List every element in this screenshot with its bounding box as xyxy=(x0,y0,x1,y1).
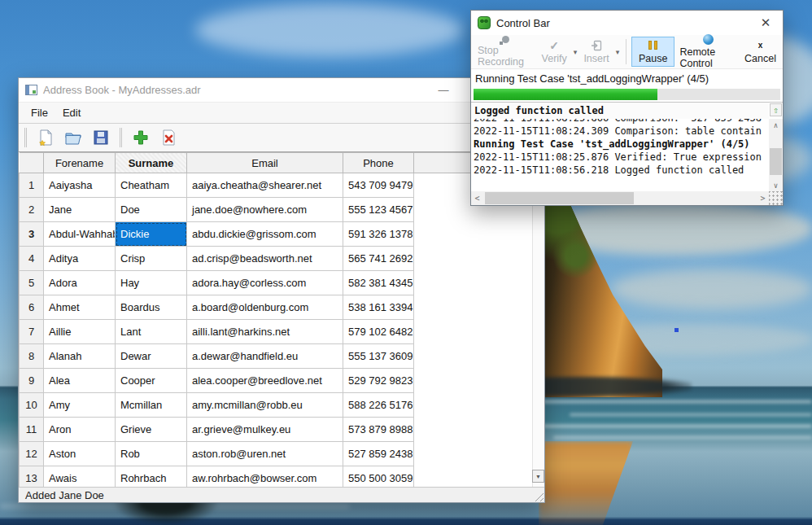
cell-email[interactable]: aston.rob@uren.net xyxy=(187,442,343,466)
cell-forename[interactable]: Amy xyxy=(44,393,116,418)
vertical-scroll-thumb[interactable] xyxy=(770,148,782,176)
cancel-button[interactable]: x Cancel xyxy=(741,37,779,67)
cell-forename[interactable]: Alea xyxy=(44,369,116,393)
cell-phone[interactable]: 588 226 5176 xyxy=(343,393,414,418)
cell-phone[interactable]: 555 137 3609 xyxy=(343,344,414,369)
remote-control-button[interactable]: Remote Control xyxy=(676,37,740,67)
cell-phone[interactable]: 565 741 2692 xyxy=(343,247,414,271)
cell-forename[interactable]: Jane xyxy=(44,198,116,222)
address-book-titlebar[interactable]: Address Book - MyAddresses.adr — xyxy=(19,78,544,103)
corner-header[interactable] xyxy=(20,153,44,173)
cell-email[interactable]: alea.cooper@breedlove.net xyxy=(187,369,343,393)
cell-email[interactable]: ad.crisp@beadsworth.net xyxy=(187,247,343,271)
cell-surname[interactable]: Hay xyxy=(116,271,187,295)
cell-phone[interactable]: 591 326 1378 xyxy=(343,222,414,247)
insert-dropdown-arrow[interactable]: ▾ xyxy=(614,37,622,67)
row-number[interactable]: 1 xyxy=(20,173,44,198)
cell-email[interactable]: amy.mcmillan@robb.eu xyxy=(187,393,343,418)
cell-email[interactable]: ar.grieve@mulkey.eu xyxy=(187,418,343,442)
stop-recording-button[interactable]: Stop Recording xyxy=(474,37,537,67)
close-button[interactable]: ✕ xyxy=(755,12,776,33)
row-number[interactable]: 11 xyxy=(20,418,44,442)
row-number[interactable]: 5 xyxy=(20,271,44,295)
cell-forename[interactable]: Adora xyxy=(44,271,116,295)
cell-surname[interactable]: Lant xyxy=(116,320,187,344)
cell-surname[interactable]: Grieve xyxy=(116,418,187,442)
column-header-email[interactable]: Email xyxy=(187,153,343,173)
column-header-surname[interactable]: Surname xyxy=(116,153,187,173)
cell-phone[interactable]: 582 381 4345 xyxy=(343,271,414,295)
toolbar-grip[interactable] xyxy=(24,128,27,147)
verify-button[interactable]: ✓ Verify xyxy=(539,37,570,67)
cell-surname[interactable]: Crisp xyxy=(116,247,187,271)
scroll-down-button[interactable]: ▼ xyxy=(532,470,544,483)
cell-forename[interactable]: Aditya xyxy=(44,247,116,271)
scroll-up-arrow[interactable]: ∧ xyxy=(769,119,783,131)
cell-surname[interactable]: Cooper xyxy=(116,369,187,393)
log-vertical-scrollbar[interactable]: ∧ ∨ xyxy=(769,119,783,191)
cell-phone[interactable]: 527 859 2438 xyxy=(343,442,414,466)
cell-forename[interactable]: Awais xyxy=(44,466,116,488)
resize-grip[interactable] xyxy=(533,491,544,501)
cell-phone[interactable]: 550 500 3059 xyxy=(343,466,414,488)
verify-dropdown-arrow[interactable]: ▾ xyxy=(572,37,579,67)
log-resize-grip[interactable] xyxy=(769,191,783,205)
selected-cell-surname[interactable]: Dickie xyxy=(116,222,187,247)
cell-surname[interactable]: Rohrbach xyxy=(116,466,187,488)
row-number[interactable]: 10 xyxy=(20,393,44,418)
cell-surname[interactable]: Rob xyxy=(116,442,187,466)
cell-surname[interactable]: Cheatham xyxy=(116,173,187,198)
toolbar-grip[interactable] xyxy=(120,128,122,147)
row-number[interactable]: 8 xyxy=(20,344,44,369)
new-file-button[interactable] xyxy=(34,126,57,149)
cell-phone[interactable]: 529 792 9823 xyxy=(343,369,414,393)
cell-forename[interactable]: Aron xyxy=(44,418,116,442)
cell-phone[interactable]: 543 709 9479 xyxy=(343,173,414,198)
row-number[interactable]: 4 xyxy=(20,247,44,271)
minimize-button[interactable]: — xyxy=(427,78,460,102)
row-number[interactable]: 13 xyxy=(20,466,44,488)
cell-surname[interactable]: Dewar xyxy=(116,344,187,369)
cell-email[interactable]: a.dewar@handfield.eu xyxy=(187,344,343,369)
cell-surname[interactable]: Mcmillan xyxy=(116,393,187,418)
open-file-button[interactable] xyxy=(62,126,85,149)
horizontal-scroll-thumb[interactable] xyxy=(485,192,634,204)
cell-forename[interactable]: Aillie xyxy=(44,320,116,344)
menu-edit[interactable]: Edit xyxy=(55,104,88,121)
add-record-button[interactable] xyxy=(129,126,152,149)
control-bar-titlebar[interactable]: Control Bar ✕ xyxy=(471,11,783,35)
row-number[interactable]: 3 xyxy=(20,222,44,247)
scroll-right-arrow[interactable]: > xyxy=(757,191,769,205)
cell-email[interactable]: ailli.lant@harkins.net xyxy=(187,320,343,344)
column-header-phone[interactable]: Phone xyxy=(343,153,414,173)
cell-phone[interactable]: 555 123 4567 xyxy=(343,198,414,222)
delete-record-button[interactable] xyxy=(157,126,180,149)
menu-file[interactable]: File xyxy=(24,104,55,121)
scroll-to-top-icon[interactable]: ⇧ xyxy=(770,103,782,116)
row-number[interactable]: 6 xyxy=(20,295,44,320)
scroll-left-arrow[interactable]: < xyxy=(471,191,483,205)
cell-forename[interactable]: Aston xyxy=(44,442,116,466)
cell-forename[interactable]: Ahmet xyxy=(44,295,116,320)
cell-surname[interactable]: Doe xyxy=(116,198,187,222)
cell-phone[interactable]: 579 102 6482 xyxy=(343,320,414,344)
log-horizontal-scrollbar[interactable]: < > xyxy=(471,191,769,205)
cell-phone[interactable]: 573 879 8988 xyxy=(343,418,414,442)
cell-forename[interactable]: Alanah xyxy=(44,344,116,369)
cell-email[interactable]: abdu.dickie@grissom.com xyxy=(187,222,343,247)
pause-button[interactable]: Pause xyxy=(631,37,674,67)
cell-surname[interactable]: Boardus xyxy=(116,295,187,320)
cell-forename[interactable]: Abdul-Wahhab xyxy=(44,222,116,247)
insert-button[interactable]: Insert xyxy=(580,37,612,67)
cell-email[interactable]: adora.hay@corless.com xyxy=(187,271,343,295)
column-header-forename[interactable]: Forename xyxy=(44,153,116,173)
cell-phone[interactable]: 538 161 3394 xyxy=(343,295,414,320)
row-number[interactable]: 12 xyxy=(20,442,44,466)
cell-forename[interactable]: Aaiyasha xyxy=(44,173,116,198)
cell-email[interactable]: aw.rohrbach@bowser.com xyxy=(187,466,343,488)
cell-email[interactable]: a.board@oldenburg.com xyxy=(187,295,343,320)
row-number[interactable]: 2 xyxy=(20,198,44,222)
cell-email[interactable]: jane.doe@nowhere.com xyxy=(187,198,343,222)
row-number[interactable]: 9 xyxy=(20,369,44,393)
scroll-down-arrow[interactable]: ∨ xyxy=(769,179,783,191)
